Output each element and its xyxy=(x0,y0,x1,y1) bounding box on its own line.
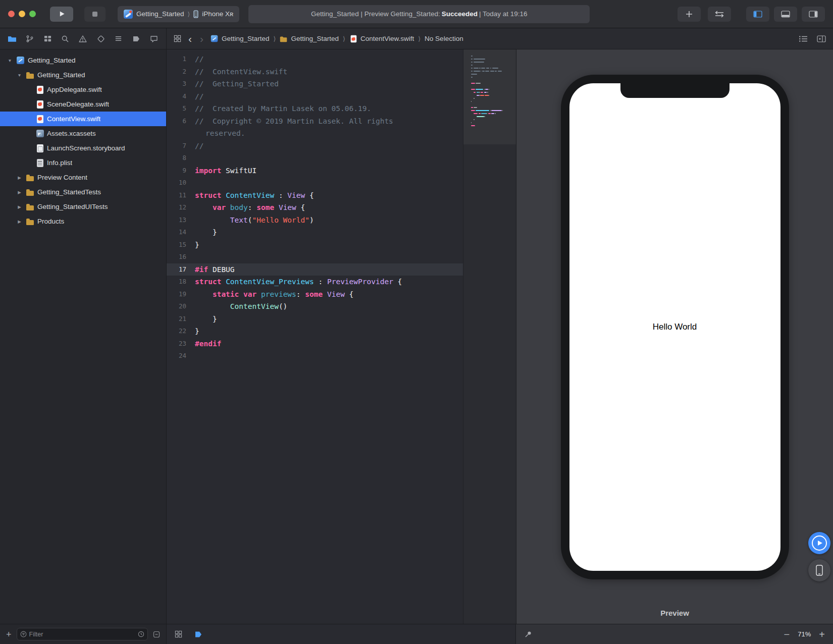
disclosure-triangle[interactable]: ▶ xyxy=(16,175,23,180)
scheme-name: Getting_Started xyxy=(136,10,184,18)
scheme-selector[interactable]: Getting_Started ⟩ iPhone Xʀ xyxy=(118,6,239,22)
code-area[interactable]: 1//2// ContentView.swift3// Getting_Star… xyxy=(167,49,463,624)
file-name: Getting_StartedTests xyxy=(37,188,101,196)
search-icon xyxy=(61,35,69,43)
minimap[interactable] xyxy=(463,49,516,624)
breadcrumb-item[interactable]: ContentView.swift xyxy=(349,35,414,43)
toggle-debug-area-button[interactable] xyxy=(774,7,797,22)
code-line: 13 Text("Hello World") xyxy=(167,214,463,227)
add-file-button[interactable]: + xyxy=(6,630,12,639)
file-tree-item[interactable]: Info.plist xyxy=(0,155,166,170)
stop-button[interactable] xyxy=(84,7,106,22)
library-button[interactable] xyxy=(678,7,701,22)
toolbar-right xyxy=(678,7,825,22)
go-forward-button[interactable]: › xyxy=(199,33,204,44)
file-tree-item[interactable]: ▶Products xyxy=(0,214,166,229)
zoom-out-button[interactable]: − xyxy=(784,629,790,639)
scheme-app-icon xyxy=(124,10,133,19)
breakpoint-navigator-tab[interactable] xyxy=(129,32,143,46)
breakpoints-toggle-button[interactable] xyxy=(194,631,202,638)
line-number: 20 xyxy=(167,300,195,313)
grid-icon-button[interactable] xyxy=(175,630,182,638)
related-items-button[interactable] xyxy=(174,35,181,42)
main-content: ▼Getting_Started▼Getting_StartedAppDeleg… xyxy=(0,49,833,624)
file-tree-item[interactable]: ▶Getting_StartedTests xyxy=(0,185,166,199)
editor-controls xyxy=(799,35,826,42)
run-button[interactable] xyxy=(50,7,73,22)
file-tree-item[interactable]: Assets.xcassets xyxy=(0,126,166,141)
status-text-result: Succeeded xyxy=(442,10,478,18)
zoom-in-button[interactable]: + xyxy=(819,629,825,639)
toggle-inspectors-button[interactable] xyxy=(802,7,825,22)
report-navigator-tab[interactable] xyxy=(147,32,161,46)
file-tree-item[interactable]: ▶Preview Content xyxy=(0,170,166,185)
file-name: Getting_Started xyxy=(28,57,76,64)
line-number: 5 xyxy=(167,102,195,115)
device-icon xyxy=(193,10,198,18)
debug-navigator-tab[interactable] xyxy=(112,32,126,46)
status-text-post: | Today at 19:16 xyxy=(479,10,528,18)
disclosure-triangle[interactable]: ▶ xyxy=(16,204,23,209)
code-text xyxy=(195,152,463,165)
folder-file-icon xyxy=(26,218,34,226)
file-tree-item[interactable]: ▼Getting_Started xyxy=(0,53,166,68)
filter-input[interactable] xyxy=(29,631,135,638)
code-text: } xyxy=(195,226,463,239)
breadcrumb-item[interactable]: Getting_Started xyxy=(280,35,339,43)
toggle-navigator-button[interactable] xyxy=(746,7,769,22)
preview-on-device-button[interactable] xyxy=(808,559,830,581)
source-control-navigator-tab[interactable] xyxy=(23,32,37,46)
code-line: 5// Created by Martin Lasek on 05.06.19. xyxy=(167,102,463,115)
editor-options-button[interactable] xyxy=(799,35,808,42)
symbols-icon xyxy=(44,35,51,42)
minimap-row xyxy=(471,127,513,130)
folder-file-icon xyxy=(26,203,34,211)
device-screen[interactable]: Hello World xyxy=(569,83,780,571)
disclosure-triangle[interactable]: ▶ xyxy=(16,190,23,195)
file-tree-item[interactable]: ▶Getting_StartedUITests xyxy=(0,199,166,214)
close-window-button[interactable] xyxy=(8,11,15,17)
file-tree-item[interactable]: SceneDelegate.swift xyxy=(0,97,166,112)
project-navigator-tab[interactable] xyxy=(5,32,19,46)
add-editor-button[interactable] xyxy=(817,35,826,42)
live-preview-button[interactable] xyxy=(808,532,830,554)
code-line: 8 xyxy=(167,152,463,165)
find-navigator-tab[interactable] xyxy=(58,32,72,46)
file-name: Assets.xcassets xyxy=(47,130,96,137)
recent-files-filter-button[interactable] xyxy=(138,631,144,637)
file-tree-item[interactable]: AppDelegate.swift xyxy=(0,82,166,97)
device-preview-frame: Hello World xyxy=(561,75,789,579)
line-number: 8 xyxy=(167,152,195,165)
code-text: // xyxy=(195,90,463,103)
minimize-window-button[interactable] xyxy=(19,11,25,17)
breadcrumb-item[interactable]: No Selection xyxy=(425,35,463,42)
file-tree-item[interactable]: ▼Getting_Started xyxy=(0,68,166,82)
list-icon xyxy=(115,35,122,42)
go-back-button[interactable]: ‹ xyxy=(187,33,193,44)
file-tree-item[interactable]: ContentView.swift xyxy=(0,112,166,126)
pin-preview-button[interactable] xyxy=(524,630,532,638)
disclosure-triangle[interactable]: ▼ xyxy=(16,73,23,78)
symbol-navigator-tab[interactable] xyxy=(40,32,55,46)
filter-field[interactable] xyxy=(17,628,148,640)
code-line: 6// Copyright © 2019 Martin Lasek. All r… xyxy=(167,115,463,128)
test-navigator-tab[interactable] xyxy=(94,32,108,46)
folder-file-icon xyxy=(280,35,287,42)
folder-file-icon xyxy=(26,71,34,79)
zoom-window-button[interactable] xyxy=(29,11,36,17)
disclosure-triangle[interactable]: ▶ xyxy=(16,219,23,224)
disclosure-triangle[interactable]: ▼ xyxy=(6,58,14,63)
navigator-tab-bar xyxy=(0,28,167,49)
breadcrumb-item[interactable]: Getting_Started xyxy=(211,35,270,43)
source-control-filter-button[interactable] xyxy=(153,631,160,638)
source-editor[interactable]: 1//2// ContentView.swift3// Getting_Star… xyxy=(167,49,516,624)
device-notch xyxy=(620,83,730,98)
code-line: 9import SwiftUI xyxy=(167,165,463,177)
file-tree-item[interactable]: LaunchScreen.storyboard xyxy=(0,141,166,155)
line-number: 19 xyxy=(167,288,195,301)
code-review-button[interactable] xyxy=(708,7,731,22)
issue-navigator-tab[interactable] xyxy=(76,32,90,46)
scheme-separator: ⟩ xyxy=(188,11,190,18)
swift-file-icon xyxy=(36,115,44,123)
arrows-left-right-icon xyxy=(714,11,724,18)
